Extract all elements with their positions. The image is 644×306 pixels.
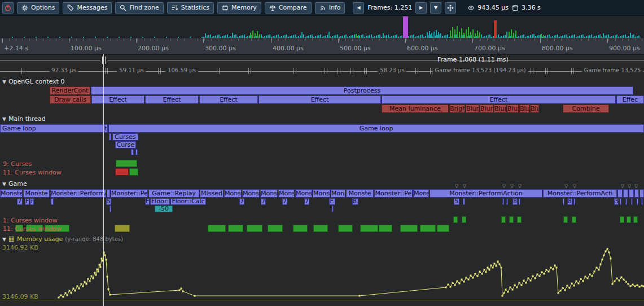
zone-bar[interactable]: 7: [282, 198, 287, 205]
frame-bar[interactable]: [457, 26, 458, 38]
frame-bar[interactable]: [340, 36, 341, 38]
frame-bar[interactable]: [320, 34, 321, 38]
zone-bar[interactable]: [247, 225, 262, 232]
zone-bar[interactable]: f: [30, 198, 34, 205]
frame-bar[interactable]: [279, 37, 281, 38]
frame-bar[interactable]: [513, 33, 514, 38]
zone-bar[interactable]: [625, 198, 627, 205]
zone-bar[interactable]: Monste: [0, 189, 23, 198]
frame-bar[interactable]: [503, 36, 504, 38]
frame-bar[interactable]: [442, 36, 443, 38]
frame-bar[interactable]: [300, 36, 301, 38]
frame-bar[interactable]: [535, 36, 536, 38]
frame-bar[interactable]: [342, 36, 343, 38]
frame-bar[interactable]: [541, 34, 542, 38]
zone-marker-icon[interactable]: ▽: [573, 184, 576, 189]
frame-bar[interactable]: [308, 36, 309, 38]
frame-bar[interactable]: [313, 37, 314, 38]
frame-bar[interactable]: [367, 36, 369, 38]
zone-bar[interactable]: Monst: [278, 189, 295, 198]
zone-bar[interactable]: Effec: [616, 95, 644, 104]
frame-bar[interactable]: [543, 35, 544, 38]
frame-bar[interactable]: [269, 34, 270, 38]
frame-bar[interactable]: [574, 34, 575, 38]
frame-bar[interactable]: [560, 36, 562, 38]
frame-bar[interactable]: [257, 31, 258, 38]
frame-bar[interactable]: [107, 37, 108, 38]
frame-bar[interactable]: [306, 36, 308, 38]
frame-span-label[interactable]: 59.11 μs: [117, 67, 146, 73]
zone-bar[interactable]: 7: [261, 198, 266, 205]
frame-bar[interactable]: [208, 35, 209, 38]
frame-bar[interactable]: [47, 37, 49, 38]
frame-bar[interactable]: [415, 37, 416, 38]
frame-bar[interactable]: [630, 33, 631, 38]
zone-bar[interactable]: Monst: [295, 189, 312, 198]
zone-bar[interactable]: Curse: [115, 141, 136, 148]
frame-bar[interactable]: [472, 29, 474, 38]
zone-bar[interactable]: Mean luminance: [382, 104, 449, 113]
frame-bar[interactable]: [12, 37, 13, 38]
zone-bar[interactable]: Draw calls: [50, 95, 91, 104]
frame-bar[interactable]: [234, 35, 235, 38]
frame-bar[interactable]: [477, 30, 478, 38]
zone-bar[interactable]: Effect: [259, 95, 381, 104]
frame-bar[interactable]: [576, 37, 577, 38]
zone-bar[interactable]: Effect: [145, 95, 199, 104]
zone-bar[interactable]: [293, 225, 308, 232]
zone-bar[interactable]: [115, 225, 130, 232]
frame-bar[interactable]: [608, 34, 609, 38]
zone-marker-icon[interactable]: ▽: [564, 184, 568, 189]
frame-bar[interactable]: [24, 37, 25, 38]
zone-bar[interactable]: [627, 216, 631, 223]
frame-bar[interactable]: [621, 36, 623, 38]
prev-frame-button[interactable]: ◀: [353, 2, 364, 14]
zone-bar[interactable]: [639, 189, 644, 198]
frame-bar[interactable]: [237, 37, 238, 38]
zone-bar[interactable]: [135, 149, 138, 155]
frame-bar[interactable]: [154, 37, 155, 38]
frame-bar[interactable]: [95, 37, 96, 38]
frame-bar[interactable]: [594, 36, 595, 38]
frame-bar[interactable]: [518, 36, 519, 38]
frame-bar[interactable]: [422, 34, 423, 38]
frame-bar[interactable]: [178, 37, 179, 38]
frame-bar[interactable]: [581, 35, 582, 38]
frame-bar[interactable]: [255, 33, 256, 38]
zone-bar[interactable]: Effect: [382, 95, 616, 104]
frame-bar[interactable]: [486, 36, 487, 38]
frame-bar[interactable]: [400, 36, 401, 38]
frame-bar[interactable]: [615, 35, 616, 38]
zone-bar[interactable]: [228, 225, 243, 232]
frame-bar[interactable]: [210, 34, 211, 38]
zone-bar[interactable]: Brigh: [449, 104, 465, 113]
zone-bar[interactable]: [563, 216, 568, 223]
zone-bar[interactable]: Monster::PerformActi: [543, 189, 617, 198]
frame-bar[interactable]: [224, 36, 225, 38]
frame-bar[interactable]: [207, 36, 208, 38]
frame-bar[interactable]: [298, 36, 299, 38]
frame-bar[interactable]: [278, 34, 279, 38]
zone-bar[interactable]: Monster::PerformAction: [430, 189, 542, 198]
frame-bar[interactable]: [571, 36, 572, 38]
frame-bar[interactable]: [429, 31, 430, 38]
zone-marker-icon[interactable]: ▽: [502, 184, 506, 189]
frame-bar[interactable]: [203, 37, 204, 38]
frame-bar[interactable]: [315, 36, 316, 38]
frame-bar[interactable]: [312, 34, 313, 38]
frame-bar[interactable]: [379, 34, 380, 38]
frame-bar[interactable]: [403, 16, 408, 38]
frame-bar[interactable]: [232, 33, 233, 38]
frame-bar[interactable]: [530, 35, 531, 38]
compare-button[interactable]: Compare: [265, 2, 312, 14]
frame-bar[interactable]: [562, 36, 563, 38]
frame-bar[interactable]: [411, 35, 413, 38]
frame-bar[interactable]: [586, 36, 587, 38]
frame-bar[interactable]: [632, 35, 633, 38]
frame-bar[interactable]: [620, 36, 621, 38]
frame-bar[interactable]: [303, 34, 304, 38]
frame-span-label[interactable]: Game frame 13,525: [582, 67, 643, 73]
frame-bar[interactable]: [213, 36, 214, 38]
frame-bar[interactable]: [628, 36, 629, 38]
frame-bar[interactable]: [454, 29, 455, 38]
